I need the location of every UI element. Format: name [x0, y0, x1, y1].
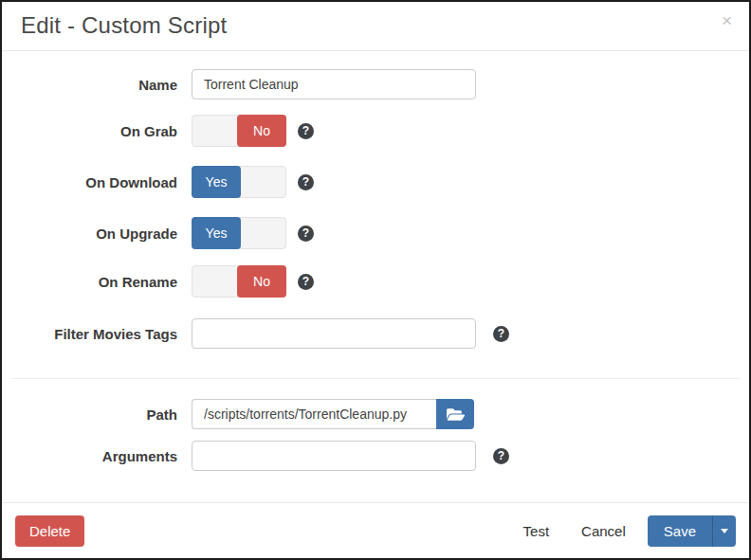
toggle-off-side	[192, 116, 238, 146]
help-icon[interactable]: ?	[298, 123, 314, 139]
save-button[interactable]: Save	[648, 515, 712, 547]
on-rename-toggle[interactable]: No	[192, 265, 286, 298]
help-icon[interactable]: ?	[493, 448, 509, 464]
on-upgrade-toggle[interactable]: Yes	[192, 217, 286, 249]
name-input[interactable]	[192, 69, 476, 99]
toggle-off-side	[240, 218, 285, 248]
cancel-button[interactable]: Cancel	[565, 515, 642, 547]
on-rename-row: On Rename No ?	[2, 265, 749, 298]
help-icon[interactable]: ?	[298, 226, 314, 242]
save-split-button: Save	[648, 515, 736, 547]
toggle-state-label: Yes	[192, 166, 241, 198]
on-upgrade-label: On Upgrade	[2, 226, 192, 242]
on-grab-toggle[interactable]: No	[192, 115, 286, 147]
on-grab-label: On Grab	[2, 123, 192, 139]
path-row: Path	[2, 399, 749, 429]
toggle-state-label: No	[237, 115, 286, 147]
toggle-off-side	[192, 266, 238, 297]
path-input[interactable]	[192, 399, 436, 429]
arguments-row: Arguments ?	[2, 441, 749, 471]
on-download-row: On Download Yes ?	[2, 166, 749, 198]
browse-path-button[interactable]	[436, 399, 474, 429]
path-label: Path	[2, 406, 192, 423]
dialog-body: Name On Grab No ? On Download Yes	[2, 51, 749, 502]
folder-open-icon	[447, 406, 465, 423]
help-icon[interactable]: ?	[493, 326, 509, 342]
on-download-toggle[interactable]: Yes	[192, 166, 286, 198]
on-rename-label: On Rename	[2, 274, 192, 290]
toggle-off-side	[240, 167, 285, 197]
filter-movies-tags-input[interactable]	[192, 318, 476, 349]
toggle-state-label: Yes	[192, 217, 241, 249]
section-divider	[11, 378, 740, 379]
toggle-state-label: No	[237, 265, 286, 298]
filter-movies-tags-label: Filter Movies Tags	[2, 326, 192, 342]
on-download-label: On Download	[2, 174, 192, 190]
on-upgrade-row: On Upgrade Yes ?	[2, 217, 749, 249]
dialog-header: Edit - Custom Script ×	[2, 2, 749, 51]
help-icon[interactable]: ?	[298, 174, 314, 190]
on-grab-row: On Grab No ?	[2, 115, 749, 147]
name-label: Name	[2, 77, 192, 93]
arguments-label: Arguments	[2, 448, 192, 464]
close-icon[interactable]: ×	[722, 11, 732, 29]
test-button[interactable]: Test	[507, 515, 566, 547]
dialog-title: Edit - Custom Script	[21, 12, 730, 39]
help-icon[interactable]: ?	[298, 274, 314, 290]
arguments-input[interactable]	[192, 441, 476, 471]
delete-button[interactable]: Delete	[15, 515, 84, 547]
edit-custom-script-dialog: Edit - Custom Script × Name On Grab No ?…	[0, 0, 751, 560]
name-field-row: Name	[2, 69, 749, 99]
caret-down-icon	[721, 529, 728, 533]
filter-movies-tags-row: Filter Movies Tags ?	[2, 318, 749, 349]
save-dropdown-button[interactable]	[712, 515, 736, 547]
dialog-footer: Delete Test Cancel Save	[2, 502, 749, 558]
